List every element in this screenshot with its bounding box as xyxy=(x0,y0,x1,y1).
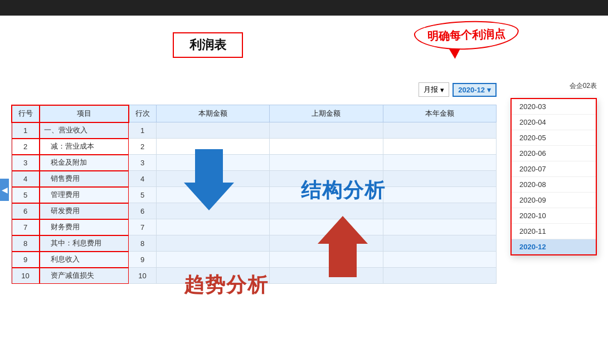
cell-id: 4 xyxy=(12,171,40,187)
table-row: 3税金及附加3 xyxy=(12,155,497,171)
cell-annual-amount xyxy=(383,122,496,139)
table-row: 1一、营业收入1 xyxy=(12,122,497,139)
dropdown-item[interactable]: 2020-06 xyxy=(512,146,596,161)
profit-table: 行号 项目 行次 本期金额 上期金额 本年金额 1一、营业收入12减：营业成本2… xyxy=(11,105,497,284)
company-label: 会企02表 xyxy=(570,81,597,91)
col-header-id: 行号 xyxy=(12,105,40,122)
cell-name: 一、营业收入 xyxy=(40,122,129,139)
cell-name: 管理费用 xyxy=(40,187,129,203)
cell-current-amount xyxy=(157,252,270,268)
cell-seq: 1 xyxy=(129,122,157,139)
cell-seq: 8 xyxy=(129,235,157,252)
cell-id: 2 xyxy=(12,139,40,155)
cell-prev-amount xyxy=(270,139,383,155)
cell-seq: 4 xyxy=(129,171,157,187)
cell-annual-amount xyxy=(383,252,496,268)
cell-id: 1 xyxy=(12,122,40,139)
cell-seq: 2 xyxy=(129,139,157,155)
cell-prev-amount xyxy=(270,155,383,171)
cell-annual-amount xyxy=(383,268,496,284)
structure-analysis-label: 结构分析 xyxy=(301,177,386,204)
cell-id: 6 xyxy=(12,203,40,219)
col-header-prev: 上期金额 xyxy=(270,105,383,122)
cell-name: 财务费用 xyxy=(40,219,129,235)
table-row: 5管理费用5 xyxy=(12,187,497,203)
cell-seq: 10 xyxy=(129,268,157,284)
cell-id: 7 xyxy=(12,219,40,235)
table-row: 4销售费用4 xyxy=(12,171,497,187)
cell-name: 其中：利息费用 xyxy=(40,235,129,252)
dropdown-item[interactable]: 2020-05 xyxy=(512,130,596,146)
cell-annual-amount xyxy=(383,139,496,155)
dropdown-item[interactable]: 2020-10 xyxy=(512,208,596,224)
cell-current-amount xyxy=(157,235,270,252)
table-row: 6研发费用6 xyxy=(12,203,497,219)
top-bar xyxy=(0,0,608,16)
speech-bubble: 明确每个利润点 xyxy=(414,19,519,52)
top-controls: 月报 ▾ 2020-12 ▾ xyxy=(419,82,497,97)
table-row: 8其中：利息费用8 xyxy=(12,235,497,252)
cell-annual-amount xyxy=(383,155,496,171)
col-header-seq: 行次 xyxy=(129,105,157,122)
table-row: 9利息收入9 xyxy=(12,252,497,268)
svg-marker-0 xyxy=(184,149,234,210)
dropdown-panel: 2020-032020-042020-052020-062020-072020-… xyxy=(510,98,597,255)
col-header-current: 本期金额 xyxy=(157,105,270,122)
cell-prev-amount xyxy=(270,122,383,139)
table-header-row: 行号 项目 行次 本期金额 上期金额 本年金额 xyxy=(12,105,497,122)
dropdown-item[interactable]: 2020-08 xyxy=(512,177,596,193)
brown-up-arrow xyxy=(318,216,368,279)
table-row: 2减：营业成本2 xyxy=(12,139,497,155)
period-value-select[interactable]: 2020-12 ▾ xyxy=(453,83,497,97)
cell-seq: 9 xyxy=(129,252,157,268)
cell-name: 资产减值损失 xyxy=(40,268,129,284)
cell-name: 研发费用 xyxy=(40,203,129,219)
dropdown-item[interactable]: 2020-12 xyxy=(512,239,596,254)
cell-annual-amount xyxy=(383,235,496,252)
col-header-annual: 本年金额 xyxy=(383,105,496,122)
dropdown-item[interactable]: 2020-11 xyxy=(512,224,596,239)
cell-name: 销售费用 xyxy=(40,171,129,187)
trend-analysis-label: 趋势分析 xyxy=(184,272,269,299)
dropdown-item[interactable]: 2020-07 xyxy=(512,161,596,177)
speech-bubble-text: 明确每个利润点 xyxy=(427,28,506,43)
cell-id: 10 xyxy=(12,268,40,284)
col-header-name: 项目 xyxy=(40,105,129,122)
cell-name: 利息收入 xyxy=(40,252,129,268)
main-content: 明确每个利润点 利润表 会企02表 月报 ▾ 2020-12 ▾ 单位：元 ◀ … xyxy=(0,16,608,364)
cell-name: 税金及附加 xyxy=(40,155,129,171)
left-collapse-tab[interactable]: ◀ xyxy=(0,179,9,201)
dropdown-item[interactable]: 2020-04 xyxy=(512,115,596,130)
cell-annual-amount xyxy=(383,219,496,235)
period-type-select[interactable]: 月报 ▾ xyxy=(419,82,449,97)
cell-seq: 5 xyxy=(129,187,157,203)
cell-annual-amount xyxy=(383,203,496,219)
cell-id: 3 xyxy=(12,155,40,171)
blue-down-arrow xyxy=(184,149,234,213)
cell-current-amount xyxy=(157,122,270,139)
cell-id: 8 xyxy=(12,235,40,252)
cell-seq: 3 xyxy=(129,155,157,171)
cell-name: 减：营业成本 xyxy=(40,139,129,155)
dropdown-item[interactable]: 2020-03 xyxy=(512,99,596,115)
dropdown-item[interactable]: 2020-09 xyxy=(512,193,596,208)
cell-annual-amount xyxy=(383,187,496,203)
cell-seq: 6 xyxy=(129,203,157,219)
svg-marker-2 xyxy=(318,216,368,277)
page-title: 利润表 xyxy=(173,32,243,58)
cell-annual-amount xyxy=(383,171,496,187)
cell-id: 5 xyxy=(12,187,40,203)
cell-id: 9 xyxy=(12,252,40,268)
cell-seq: 7 xyxy=(129,219,157,235)
table-wrapper: 行号 项目 行次 本期金额 上期金额 本年金额 1一、营业收入12减：营业成本2… xyxy=(11,105,497,358)
